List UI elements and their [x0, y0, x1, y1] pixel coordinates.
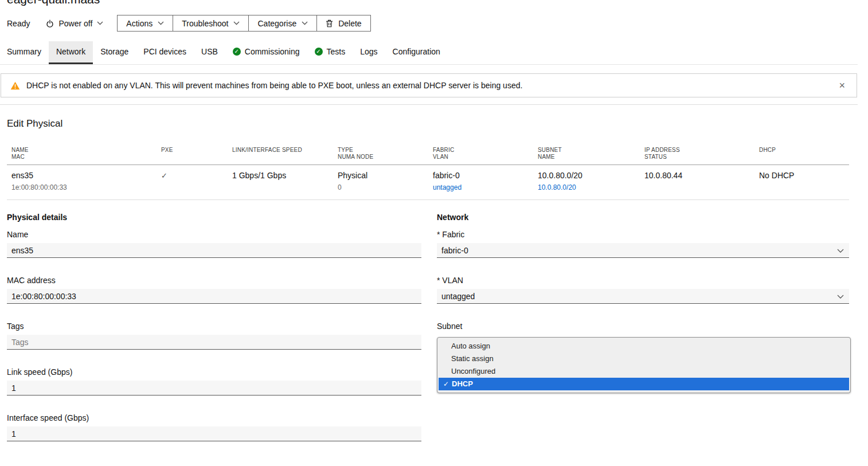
check-icon: ✓ [443, 378, 449, 390]
tab-label: Logs [360, 47, 377, 56]
header-line: NAME [538, 154, 640, 160]
interface-speed-input[interactable] [7, 426, 421, 441]
ip-address: 10.0.80.44 [644, 171, 754, 181]
vlan-label: * VLAN [437, 276, 849, 285]
fabric-value: fabric-0 [433, 171, 533, 181]
header-line: PXE [161, 147, 228, 154]
page-header: eager-quail.maas Ready Power off Actions [0, 0, 858, 32]
tab-summary[interactable]: Summary [7, 41, 49, 64]
cell-name-mac: ens35 1e:00:80:00:00:33 [7, 171, 157, 191]
header-line: SUBNET [538, 147, 640, 154]
header-line: DHCP [759, 147, 849, 154]
vlan-select[interactable]: untagged [437, 289, 849, 304]
tab-tests[interactable]: ✓ Tests [307, 41, 353, 64]
name-label: Name [7, 230, 421, 240]
subnet-label: Subnet [437, 322, 849, 331]
tags-input[interactable] [7, 335, 421, 350]
vlan-field: * VLAN untagged [437, 276, 849, 304]
fabric-select-value: fabric-0 [441, 246, 468, 255]
tags-field: Tags [7, 322, 421, 350]
header-line: MAC [11, 154, 157, 160]
physical-details-column: Physical details Name MAC address Tags L… [7, 213, 421, 459]
subnet-field: Subnet Auto assign Static assign Unconfi… [437, 322, 849, 393]
close-icon[interactable]: × [836, 81, 847, 90]
chevron-down-icon [302, 21, 308, 25]
col-header-pxe: PXE [157, 147, 228, 160]
col-header-name-mac: NAME MAC [7, 147, 157, 160]
delete-button[interactable]: Delete [316, 15, 370, 32]
cell-pxe: ✓ [157, 171, 228, 191]
header-line: LINK/INTERFACE SPEED [232, 147, 333, 154]
troubleshoot-button-label: Troubleshoot [182, 19, 228, 28]
power-icon [46, 19, 54, 28]
actions-button[interactable]: Actions [117, 15, 173, 32]
name-input[interactable] [7, 243, 421, 258]
col-header-type-numa: TYPE NUMA NODE [333, 147, 428, 160]
subnet-option-label: DHCP [452, 378, 473, 390]
link-interface-speed: 1 Gbps/1 Gbps [232, 171, 333, 181]
mac-address-input[interactable] [7, 289, 421, 304]
edit-physical-panel: Edit Physical NAME MAC PXE LINK/INTERFAC… [0, 104, 858, 459]
subnet-name-link[interactable]: 10.0.80.0/20 [538, 183, 640, 191]
tab-commissioning[interactable]: ✓ Commissioning [225, 41, 307, 64]
categorise-button[interactable]: Categorise [248, 15, 317, 32]
success-icon: ✓ [315, 48, 323, 56]
tab-label: Commissioning [245, 47, 300, 56]
link-speed-field: Link speed (Gbps) [7, 367, 421, 395]
dhcp-status: No DHCP [759, 171, 849, 181]
chevron-down-icon [158, 21, 164, 25]
subnet-value: 10.0.80.0/20 [538, 171, 640, 181]
delete-button-label: Delete [338, 19, 361, 28]
trash-icon [326, 19, 333, 28]
col-header-dhcp: DHCP [754, 147, 849, 160]
cell-ip-status: 10.0.80.44 [640, 171, 754, 191]
notification-message: DHCP is not enabled on any VLAN. This wi… [26, 81, 522, 90]
vlan-select-value: untagged [441, 292, 475, 301]
tab-storage[interactable]: Storage [93, 41, 136, 64]
power-menu-button[interactable]: Power off [42, 17, 107, 30]
tab-label: Configuration [393, 47, 440, 56]
subnet-option-static-assign[interactable]: Static assign [439, 353, 849, 365]
cell-subnet-name: 10.0.80.0/20 10.0.80.0/20 [533, 171, 640, 191]
tab-usb[interactable]: USB [194, 41, 225, 64]
header-line: STATUS [644, 154, 754, 160]
tab-label: Tests [327, 47, 346, 56]
fabric-select[interactable]: fabric-0 [437, 243, 849, 258]
subnet-option-auto-assign[interactable]: Auto assign [439, 340, 849, 353]
header-line: TYPE [338, 147, 428, 154]
numa-node: 0 [338, 183, 428, 191]
fabric-field: * Fabric fabric-0 [437, 230, 849, 258]
tab-network[interactable]: Network [49, 41, 93, 64]
tab-label: PCI devices [143, 47, 186, 56]
tab-label: USB [201, 47, 218, 56]
col-header-link-speed: LINK/INTERFACE SPEED [228, 147, 333, 160]
table-row: ens35 1e:00:80:00:00:33 ✓ 1 Gbps/1 Gbps … [7, 165, 849, 200]
table-header-row: NAME MAC PXE LINK/INTERFACE SPEED TYPE N… [7, 147, 849, 165]
tab-label: Network [56, 47, 85, 56]
power-menu-label: Power off [58, 19, 92, 28]
link-speed-label: Link speed (Gbps) [7, 367, 421, 377]
tab-label: Summary [7, 47, 41, 56]
tab-configuration[interactable]: Configuration [385, 41, 448, 64]
tab-logs[interactable]: Logs [353, 41, 385, 64]
link-speed-input[interactable] [7, 381, 421, 395]
col-header-fabric-vlan: FABRIC VLAN [428, 147, 533, 160]
network-column: Network * Fabric fabric-0 * VLAN untagge… [437, 213, 849, 459]
subnet-listbox: Auto assign Static assign Unconfigured ✓… [437, 337, 851, 393]
tab-label: Storage [100, 47, 128, 56]
mac-address-label: MAC address [7, 276, 421, 285]
interface-table: NAME MAC PXE LINK/INTERFACE SPEED TYPE N… [7, 147, 849, 200]
cell-dhcp: No DHCP [754, 171, 849, 191]
troubleshoot-button[interactable]: Troubleshoot [173, 15, 249, 32]
header-line: NAME [11, 147, 157, 154]
dhcp-warning-notification: DHCP is not enabled on any VLAN. This wi… [1, 73, 857, 97]
interface-speed-label: Interface speed (Gbps) [7, 413, 421, 423]
col-header-subnet-name: SUBNET NAME [533, 147, 640, 160]
subnet-option-unconfigured[interactable]: Unconfigured [439, 365, 849, 378]
cell-link-speed: 1 Gbps/1 Gbps [228, 171, 333, 191]
vlan-link[interactable]: untagged [433, 183, 533, 191]
subnet-option-dhcp[interactable]: ✓ DHCP [439, 378, 849, 390]
cell-fabric-vlan: fabric-0 untagged [428, 171, 533, 191]
tab-pci-devices[interactable]: PCI devices [136, 41, 194, 64]
interface-mac: 1e:00:80:00:00:33 [11, 183, 157, 191]
